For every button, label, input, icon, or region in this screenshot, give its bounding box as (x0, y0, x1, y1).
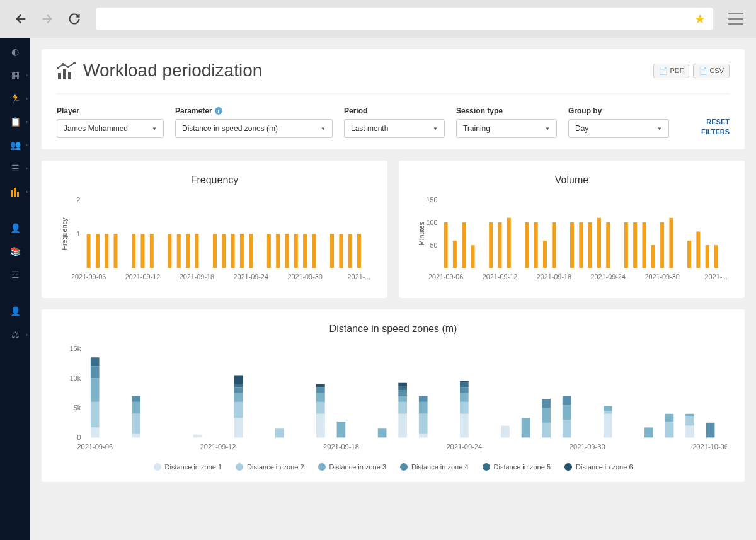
svg-rect-109 (398, 414, 407, 438)
filter-period-select[interactable]: Last month▼ (344, 119, 445, 138)
svg-rect-110 (398, 402, 407, 414)
export-pdf-button[interactable]: 📄PDF (653, 64, 689, 78)
sidebar-compare[interactable]: ⚖› (0, 323, 30, 346)
legend-item: Distance in zone 1 (154, 463, 222, 471)
svg-text:2021-09-12: 2021-09-12 (200, 442, 236, 450)
svg-rect-133 (604, 414, 612, 438)
svg-rect-127 (542, 423, 551, 438)
chart-volume-title: Volume (416, 175, 727, 186)
svg-rect-91 (132, 414, 140, 434)
sidebar-library[interactable]: 📚 (0, 240, 30, 263)
svg-rect-55 (507, 218, 511, 268)
svg-text:2021-09-24: 2021-09-24 (446, 442, 482, 450)
svg-rect-37 (348, 234, 352, 268)
filter-groupby-select[interactable]: Day▼ (568, 119, 669, 138)
svg-rect-32 (294, 234, 298, 268)
reset-filters-link[interactable]: RESET FILTERS (701, 117, 730, 137)
browser-menu-icon[interactable] (728, 13, 743, 25)
svg-rect-28 (249, 234, 253, 268)
svg-rect-103 (316, 402, 325, 414)
sidebar-dashboard[interactable]: ◐ (0, 40, 30, 63)
info-icon[interactable]: i (215, 107, 222, 115)
svg-rect-106 (316, 384, 325, 388)
svg-rect-134 (604, 411, 612, 414)
svg-text:2021-10-06: 2021-10-06 (692, 442, 727, 450)
svg-rect-107 (337, 422, 346, 437)
filter-groupby-label: Group by (568, 106, 669, 115)
svg-text:5k: 5k (74, 404, 81, 411)
sidebar-team[interactable]: 👥› (0, 134, 30, 156)
svg-rect-130 (563, 420, 571, 437)
svg-rect-87 (91, 378, 100, 402)
filter-session-label: Session type (456, 106, 557, 115)
svg-point-9 (73, 62, 76, 64)
sidebar-roster[interactable]: ☰› (0, 157, 30, 180)
svg-rect-117 (419, 402, 428, 414)
sidebar-calendar[interactable]: ▦› (0, 64, 30, 86)
svg-text:100: 100 (426, 219, 437, 226)
svg-rect-49 (444, 222, 448, 268)
svg-text:Frequency: Frequency (60, 217, 68, 250)
sidebar-profile[interactable]: 👤 (0, 300, 30, 323)
sidebar-periodization[interactable]: › (0, 180, 30, 203)
svg-rect-0 (11, 190, 13, 197)
svg-rect-53 (489, 222, 493, 268)
svg-rect-35 (330, 234, 334, 268)
sidebar-group[interactable]: 👤 (0, 217, 30, 239)
export-csv-button[interactable]: 📄CSV (693, 64, 730, 78)
svg-rect-121 (460, 393, 469, 402)
svg-rect-112 (398, 390, 407, 396)
svg-rect-141 (685, 414, 694, 417)
svg-rect-51 (462, 222, 466, 268)
filter-parameter-select[interactable]: Distance in speed zones (m)▼ (175, 119, 333, 138)
svg-rect-129 (542, 399, 551, 408)
svg-rect-59 (552, 222, 556, 268)
svg-rect-72 (696, 231, 700, 268)
chart-distance-panel: Distance in speed zones (m) 05k10k15k202… (42, 309, 745, 482)
svg-rect-50 (453, 241, 457, 268)
svg-rect-142 (706, 423, 715, 438)
svg-rect-132 (563, 396, 571, 405)
filter-player-select[interactable]: James Mohammed▼ (57, 119, 164, 138)
svg-rect-137 (665, 422, 674, 437)
chart-distance-legend: Distance in zone 1Distance in zone 2Dist… (59, 463, 727, 471)
svg-rect-105 (316, 387, 325, 393)
back-button[interactable] (13, 10, 30, 28)
svg-rect-124 (460, 381, 469, 383)
svg-rect-69 (660, 222, 664, 268)
reload-button[interactable] (66, 10, 83, 28)
sidebar-clipboard[interactable]: 📋› (0, 110, 30, 133)
svg-rect-126 (522, 418, 530, 437)
svg-rect-1 (14, 188, 16, 197)
svg-rect-101 (275, 428, 284, 437)
svg-rect-102 (316, 414, 325, 438)
svg-rect-119 (460, 414, 469, 438)
svg-rect-111 (398, 396, 407, 401)
bookmark-star-icon[interactable]: ★ (694, 11, 706, 26)
legend-item: Distance in zone 2 (236, 463, 304, 471)
svg-rect-93 (132, 396, 140, 401)
sidebar-list[interactable]: ☲ (0, 263, 30, 286)
svg-rect-4 (63, 69, 66, 79)
svg-rect-24 (213, 234, 217, 268)
svg-rect-38 (357, 234, 361, 268)
svg-rect-22 (186, 234, 190, 268)
svg-text:2021-09-30: 2021-09-30 (644, 273, 679, 280)
header-panel: Workload periodization 📄PDF 📄CSV Player … (42, 49, 745, 149)
svg-rect-90 (132, 434, 140, 438)
svg-point-7 (62, 63, 64, 66)
svg-text:15k: 15k (69, 345, 81, 352)
svg-rect-27 (240, 234, 244, 268)
page-title: Workload periodization (83, 60, 262, 81)
filter-session-select[interactable]: Training▼ (456, 119, 557, 138)
svg-rect-3 (58, 73, 61, 79)
sidebar-runner[interactable]: 🏃› (0, 87, 30, 110)
legend-item: Distance in zone 3 (318, 463, 387, 471)
chart-frequency-panel: Frequency 12Frequency2021-09-062021-09-1… (42, 161, 387, 298)
svg-rect-131 (563, 405, 571, 420)
svg-rect-140 (685, 416, 694, 425)
svg-rect-25 (222, 234, 226, 268)
url-bar[interactable]: ★ (96, 8, 713, 30)
forward-button[interactable] (38, 10, 55, 28)
svg-rect-13 (87, 234, 91, 268)
